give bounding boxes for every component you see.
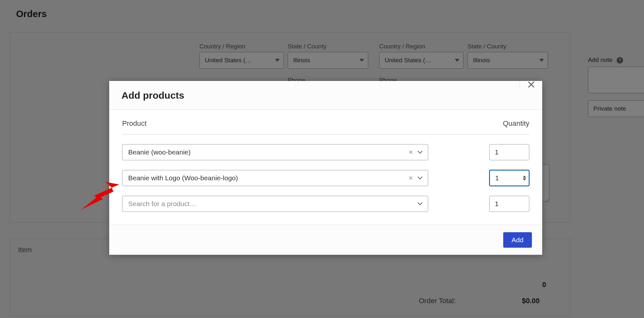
product-select[interactable]: Beanie (woo-beanie) ✕ [122, 144, 428, 160]
add-products-modal: Add products Product Quantity Beanie (wo… [109, 81, 542, 255]
quantity-stepper[interactable] [522, 172, 527, 184]
quantity-wrap [489, 170, 529, 186]
product-row: Beanie with Logo (Woo-beanie-logo) ✕ [122, 170, 529, 186]
modal-footer: Add [109, 225, 542, 255]
add-button[interactable]: Add [503, 232, 532, 248]
product-search-select[interactable]: Search for a product… [122, 196, 428, 212]
decrement-icon[interactable] [523, 178, 526, 181]
chevron-down-icon [418, 151, 423, 154]
columns-header: Product Quantity [122, 119, 529, 134]
product-placeholder: Search for a product… [128, 200, 196, 208]
quantity-input[interactable] [489, 196, 529, 212]
product-row: Search for a product… [122, 196, 529, 212]
modal-header: Add products [109, 81, 542, 110]
increment-icon[interactable] [523, 175, 526, 178]
product-select[interactable]: Beanie with Logo (Woo-beanie-logo) ✕ [122, 170, 428, 186]
modal-title: Add products [121, 90, 184, 101]
close-icon [528, 81, 535, 88]
product-row: Beanie (woo-beanie) ✕ [122, 144, 529, 160]
quantity-wrap [489, 144, 529, 160]
clear-icon[interactable]: ✕ [409, 149, 413, 156]
chevron-down-icon [418, 176, 423, 180]
product-column-header: Product [122, 119, 147, 128]
clear-icon[interactable]: ✕ [409, 175, 413, 182]
close-button[interactable] [520, 81, 542, 88]
quantity-wrap [489, 196, 529, 212]
quantity-column-header: Quantity [503, 119, 529, 128]
quantity-input[interactable] [489, 144, 529, 160]
modal-body: Product Quantity Beanie (woo-beanie) ✕ B… [109, 110, 542, 225]
product-value: Beanie (woo-beanie) [128, 148, 191, 156]
product-value: Beanie with Logo (Woo-beanie-logo) [128, 174, 238, 182]
chevron-down-icon [418, 202, 423, 205]
